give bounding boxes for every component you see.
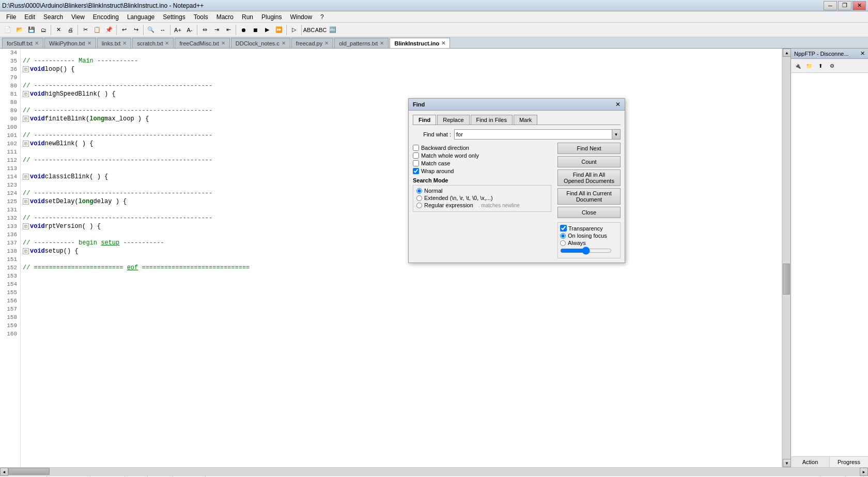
- paste-button[interactable]: 📌: [103, 24, 115, 36]
- code-content[interactable]: // ----------- Main ----------- ⊞void lo…: [21, 49, 782, 467]
- close-button[interactable]: ✕: [53, 24, 64, 36]
- transparency-slider[interactable]: [560, 247, 612, 254]
- close-button[interactable]: ✕: [853, 1, 866, 10]
- zoom-out-button[interactable]: A-: [184, 24, 195, 36]
- fold-81[interactable]: ⊞: [23, 91, 29, 97]
- tab-freeCadMisc[interactable]: freeCadMisc.txt ✕: [175, 38, 229, 48]
- tab-close-freeCadMisc[interactable]: ✕: [221, 40, 225, 46]
- restore-button[interactable]: ❐: [838, 1, 851, 10]
- wordwrap-button[interactable]: ⇔: [199, 24, 210, 36]
- scroll-right-button[interactable]: ►: [860, 468, 868, 476]
- macro-stop-button[interactable]: ⏹: [250, 24, 261, 36]
- menu-edit[interactable]: Edit: [20, 12, 39, 22]
- scroll-up-button[interactable]: ▲: [783, 49, 791, 57]
- radio-always-input[interactable]: [560, 240, 566, 246]
- tab-close-scratch[interactable]: ✕: [165, 40, 169, 46]
- tab-forStuff[interactable]: forStuff.txt ✕: [2, 38, 43, 48]
- find-all-current-button[interactable]: Find All in Current Document: [557, 188, 621, 205]
- radio-regex-input[interactable]: [416, 203, 422, 208]
- menu-window[interactable]: Window: [286, 12, 316, 22]
- scroll-left-button[interactable]: ◄: [0, 468, 8, 476]
- print-button[interactable]: 🖨: [65, 24, 76, 36]
- nppftp-btn2[interactable]: 📁: [804, 60, 814, 71]
- count-button[interactable]: Count: [557, 156, 621, 167]
- cut-button[interactable]: ✂: [80, 24, 91, 36]
- tab-DDClock[interactable]: DDClock_notes.c ✕: [231, 38, 290, 48]
- nppftp-btn4[interactable]: ⚙: [827, 60, 837, 71]
- tab-WikiPython[interactable]: WikiPython.txt ✕: [44, 38, 96, 48]
- horizontal-scrollbar[interactable]: ◄ ►: [0, 467, 868, 475]
- tab-close-old-patterns[interactable]: ✕: [380, 40, 384, 46]
- find-next-button[interactable]: Find Next: [557, 143, 621, 154]
- find-whole-word-check[interactable]: [413, 152, 419, 159]
- hscroll-track[interactable]: [8, 468, 860, 475]
- menu-file[interactable]: File: [2, 12, 20, 22]
- tab-close-forStuff[interactable]: ✕: [35, 40, 39, 46]
- tab-close-BlinkInstruct[interactable]: ✕: [441, 40, 445, 46]
- tab-freecad[interactable]: freecad.py ✕: [291, 38, 333, 48]
- find-tab-replace[interactable]: Replace: [437, 115, 469, 125]
- minimize-button[interactable]: ─: [824, 1, 837, 10]
- tab-old-patterns[interactable]: old_patterns.txt ✕: [334, 38, 389, 48]
- menu-settings[interactable]: Settings: [159, 12, 189, 22]
- save-button[interactable]: 💾: [26, 24, 37, 36]
- find-tab-find-in-files[interactable]: Find in Files: [471, 115, 513, 125]
- tab-close-WikiPython[interactable]: ✕: [87, 40, 91, 46]
- fold-125[interactable]: ⊞: [23, 198, 29, 205]
- menu-help[interactable]: ?: [316, 12, 328, 22]
- nppftp-close-button[interactable]: ✕: [860, 50, 865, 57]
- find-dialog-title-bar[interactable]: Find ✕: [409, 99, 625, 111]
- menu-language[interactable]: Language: [123, 12, 159, 22]
- hscroll-thumb[interactable]: [8, 468, 50, 475]
- tab-BlinkInstruct[interactable]: BlinkInstruct.ino ✕: [390, 38, 450, 48]
- macro-run-button[interactable]: ⏩: [273, 24, 285, 36]
- code-editor[interactable]: 34 35 36 79 80 81 88 89 90 100 101 102 1…: [0, 49, 782, 467]
- menu-tools[interactable]: Tools: [190, 12, 212, 22]
- fold-138[interactable]: ⊞: [23, 248, 29, 254]
- progress-tab[interactable]: Progress: [830, 457, 868, 467]
- nppftp-btn3[interactable]: ⬆: [815, 60, 826, 71]
- find-match-case-check[interactable]: [413, 160, 419, 166]
- spellcheck1-button[interactable]: ABC: [303, 24, 315, 36]
- open-button[interactable]: 📂: [14, 24, 25, 36]
- menu-encoding[interactable]: Encoding: [89, 12, 123, 22]
- fold-102[interactable]: ⊞: [23, 141, 29, 147]
- tab-links[interactable]: links.txt ✕: [97, 38, 132, 48]
- find-all-opened-button[interactable]: Find All in All Opened Documents: [557, 170, 621, 186]
- indent-button[interactable]: ⇥: [211, 24, 222, 36]
- fold-114[interactable]: ⊞: [23, 174, 29, 180]
- scroll-down-button[interactable]: ▼: [783, 459, 791, 467]
- new-button[interactable]: 📄: [2, 24, 13, 36]
- fold-36[interactable]: ⊞: [23, 66, 29, 72]
- copy-button[interactable]: 📋: [91, 24, 103, 36]
- dedent-button[interactable]: ⇤: [223, 24, 234, 36]
- transparency-checkbox[interactable]: [560, 225, 567, 232]
- nppftp-btn1[interactable]: 🔌: [793, 60, 803, 71]
- scroll-thumb[interactable]: [783, 264, 790, 295]
- zoom-in-button[interactable]: A+: [172, 24, 183, 36]
- menu-plugins[interactable]: Plugins: [257, 12, 286, 22]
- run-button[interactable]: ▷: [288, 24, 300, 36]
- redo-button[interactable]: ↪: [130, 24, 142, 36]
- find-what-dropdown[interactable]: ▼: [612, 129, 621, 140]
- find-backward-check[interactable]: [413, 145, 419, 151]
- replace-button[interactable]: ↔: [157, 24, 168, 36]
- spellcheck3-button[interactable]: 🔤: [327, 24, 338, 36]
- spellcheck2-button[interactable]: ABC: [315, 24, 327, 36]
- find-tab-mark[interactable]: Mark: [514, 115, 537, 125]
- find-button[interactable]: 🔍: [145, 24, 157, 36]
- radio-on-losing-focus-input[interactable]: [560, 233, 566, 239]
- scroll-track[interactable]: [783, 57, 791, 459]
- vertical-scrollbar[interactable]: ▲ ▼: [782, 49, 791, 467]
- radio-normal-input[interactable]: [416, 188, 422, 194]
- tab-close-DDClock[interactable]: ✕: [282, 40, 286, 46]
- macro-rec-button[interactable]: ⏺: [238, 24, 249, 36]
- undo-button[interactable]: ↩: [118, 24, 130, 36]
- tab-close-links[interactable]: ✕: [122, 40, 127, 46]
- tab-close-freecad[interactable]: ✕: [324, 40, 329, 46]
- menu-macro[interactable]: Macro: [212, 12, 238, 22]
- menu-run[interactable]: Run: [238, 12, 257, 22]
- find-wrap-check[interactable]: [413, 168, 419, 174]
- find-tab-find[interactable]: Find: [413, 115, 436, 125]
- fold-90[interactable]: ⊞: [23, 116, 29, 122]
